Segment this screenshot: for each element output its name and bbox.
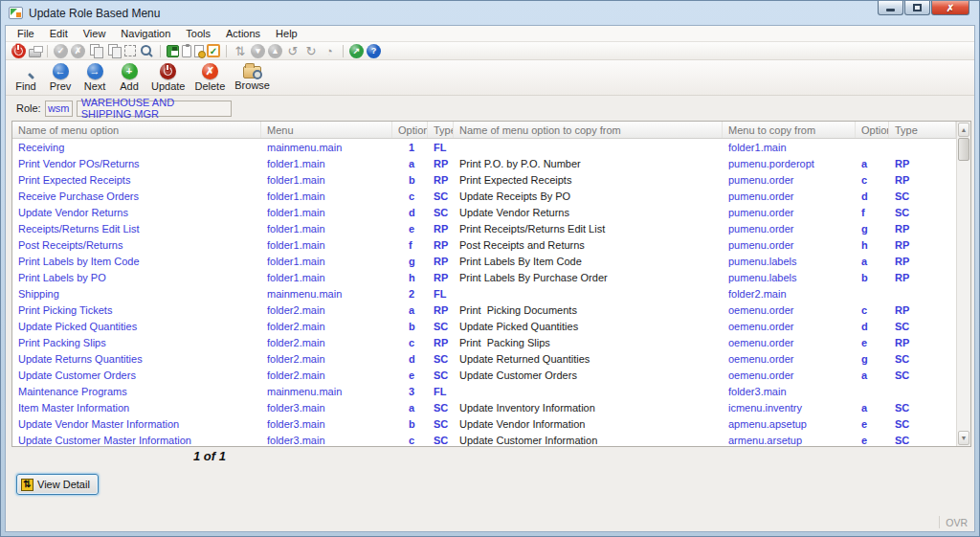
table-row[interactable]: Receipts/Returns Edit Listfolder1.maineR… xyxy=(12,220,956,236)
role-label: Role: xyxy=(16,102,41,114)
menu-tools[interactable]: Tools xyxy=(178,27,218,40)
column-header-0[interactable]: Name of menu option xyxy=(12,122,261,138)
cell-col5: pumenu.porderopt xyxy=(723,158,856,169)
column-header-1[interactable]: Menu xyxy=(261,122,392,138)
column-header-5[interactable]: Menu to copy from xyxy=(723,122,856,138)
column-header-2[interactable]: Option xyxy=(392,122,428,138)
cell-col2: d xyxy=(392,207,428,218)
table-row[interactable]: Receivingmainmenu.main1FLfolder1.main xyxy=(12,139,956,155)
run-icon[interactable]: ↗ xyxy=(349,44,364,58)
table-row[interactable]: Update Vendor Master Informationfolder3.… xyxy=(12,415,956,432)
column-header-4[interactable]: Name of menu option to copy from xyxy=(454,122,723,138)
cell-col3: FL xyxy=(428,386,454,397)
cell-col7: RP xyxy=(889,272,956,283)
table-row[interactable]: Update Customer Ordersfolder2.maineSCUpd… xyxy=(12,367,956,383)
menu-navigation[interactable]: Navigation xyxy=(113,27,178,40)
cell-col3: RP xyxy=(428,223,454,235)
cell-col6: d xyxy=(856,190,889,202)
cell-col3: SC xyxy=(428,190,454,202)
table-row[interactable]: Print Vendor POs/Returnsfolder1.mainaRPP… xyxy=(12,155,956,171)
maximize-button[interactable] xyxy=(904,1,930,15)
toolbar-separator xyxy=(226,45,227,57)
cell-col6: g xyxy=(856,353,889,365)
column-header-3[interactable]: Type xyxy=(428,122,454,138)
delete-button[interactable]: ✗Delete xyxy=(194,63,225,92)
scroll-down-button[interactable]: ▼ xyxy=(958,431,969,445)
cell-col5: oemenu.order xyxy=(723,321,856,332)
scroll-up-button[interactable]: ▲ xyxy=(958,123,969,137)
page-indicator: 1 of 1 xyxy=(193,449,226,463)
cell-col7: SC xyxy=(889,435,956,446)
cell-col0: Receiving xyxy=(12,142,261,153)
cell-col3: FL xyxy=(428,142,454,153)
cell-col4: Print Receipts/Returns Edit List xyxy=(454,223,723,235)
history-icon: ◔ xyxy=(322,43,337,58)
window-controls: ✗ xyxy=(877,1,969,15)
menu-help[interactable]: Help xyxy=(268,27,305,40)
cell-col4: Post Receipts and Returns xyxy=(454,239,723,251)
status-separator xyxy=(939,516,940,528)
table-row[interactable]: Maintenance Programsmainmenu.main3FLfold… xyxy=(12,383,956,399)
prev-label: Prev xyxy=(50,80,72,92)
table-row[interactable]: Update Picked Quantitiesfolder2.mainbSCU… xyxy=(12,318,956,334)
browse-button[interactable]: Browse xyxy=(234,63,270,91)
scrollbar-thumb[interactable] xyxy=(958,138,969,161)
find-button[interactable]: Find xyxy=(13,63,38,92)
table-row[interactable]: Update Returns Quantitiesfolder2.maindSC… xyxy=(12,350,956,367)
update-button[interactable]: Update xyxy=(151,63,185,92)
cell-col1: folder1.main xyxy=(261,272,392,283)
table-row[interactable]: Update Customer Master Informationfolder… xyxy=(12,432,956,448)
tasks-icon[interactable]: ✓ xyxy=(207,44,220,57)
next-button[interactable]: →Next xyxy=(82,63,107,92)
column-header-7[interactable]: Type xyxy=(889,122,956,138)
table-row[interactable]: Print Expected Receiptsfolder1.mainbRPPr… xyxy=(12,171,956,188)
view-detail-button[interactable]: ⇅ View Detail xyxy=(16,474,99,495)
cell-col2: a xyxy=(392,402,428,414)
cell-col0: Print Picking Tickets xyxy=(12,304,261,316)
vertical-scrollbar[interactable]: ▲ ▼ xyxy=(956,122,970,446)
cell-col2: 2 xyxy=(392,288,428,300)
add-button[interactable]: +Add xyxy=(117,63,142,92)
cell-col6: g xyxy=(856,223,889,235)
close-button[interactable]: ✗ xyxy=(931,1,969,15)
cell-col1: folder3.main xyxy=(261,435,392,446)
table-row[interactable]: Update Vendor Returnsfolder1.maindSCUpda… xyxy=(12,204,956,220)
cell-col6: c xyxy=(856,174,889,186)
cell-col7: RP xyxy=(889,304,956,316)
column-header-6[interactable]: Option xyxy=(856,122,889,138)
cell-col7: SC xyxy=(889,207,956,218)
cell-col0: Update Returns Quantities xyxy=(12,353,261,365)
table-row[interactable]: Print Labels by Item Codefolder1.maingRP… xyxy=(12,253,956,269)
table-row[interactable]: Shippingmainmenu.main2FLfolder2.main xyxy=(12,285,956,302)
cell-col5: pumenu.order xyxy=(723,239,856,251)
minimize-button[interactable] xyxy=(878,1,903,15)
cell-col1: folder2.main xyxy=(261,369,392,381)
cell-col1: mainmenu.main xyxy=(261,386,392,397)
cell-col2: c xyxy=(392,435,428,446)
table-row[interactable]: Receive Purchase Ordersfolder1.maincSCUp… xyxy=(12,188,956,204)
cell-col6: e xyxy=(856,435,889,446)
prev-button[interactable]: ←Prev xyxy=(48,63,73,92)
table-row[interactable]: Print Picking Ticketsfolder2.mainaRPPrin… xyxy=(12,302,956,318)
cell-col5: pumenu.labels xyxy=(723,272,856,283)
menu-actions[interactable]: Actions xyxy=(218,27,268,40)
table-row[interactable]: Print Labels by POfolder1.mainhRPPrint L… xyxy=(12,269,956,285)
transfer-icon: ⇅ xyxy=(233,43,248,58)
table-row[interactable]: Post Receipts/Returnsfolder1.mainfRPPost… xyxy=(12,236,956,253)
menu-edit[interactable]: Edit xyxy=(42,27,76,40)
menu-file[interactable]: File xyxy=(10,27,42,40)
role-description-field[interactable]: WAREHOUSE AND SHIPPING MGR xyxy=(77,101,232,117)
role-code-field[interactable]: wsm xyxy=(45,101,73,117)
help-icon[interactable]: ? xyxy=(367,44,381,58)
folder-icon xyxy=(243,66,261,78)
toolbar-separator xyxy=(160,45,161,57)
cell-col3: RP xyxy=(428,174,454,186)
save-icon[interactable] xyxy=(167,45,179,57)
cell-col0: Update Vendor Master Information xyxy=(12,418,261,430)
client-area: FileEditViewNavigationToolsActionsHelp ✓… xyxy=(5,25,975,532)
menu-view[interactable]: View xyxy=(76,27,114,40)
table-row[interactable]: Print Packing Slipsfolder2.maincRPPrint … xyxy=(12,334,956,350)
cell-col1: folder2.main xyxy=(261,337,392,348)
exit-icon[interactable] xyxy=(11,44,26,58)
table-row[interactable]: Item Master Informationfolder3.mainaSCUp… xyxy=(12,399,956,415)
